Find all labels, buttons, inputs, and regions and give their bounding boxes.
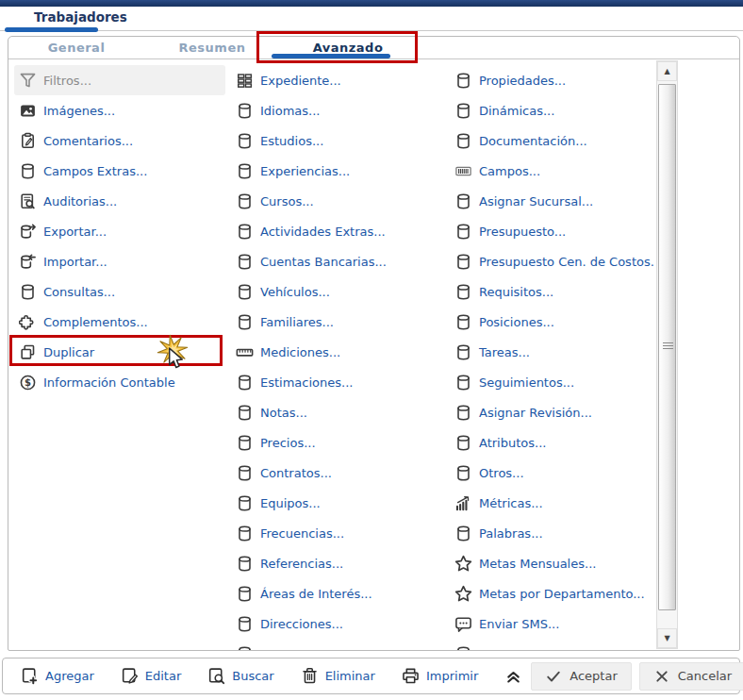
database-icon <box>454 373 472 392</box>
database-icon <box>454 252 472 271</box>
database-icon <box>454 101 472 120</box>
menu-item-label: Exportar... <box>43 225 107 239</box>
menu-item[interactable]: Auditorias... <box>14 186 225 216</box>
imprimir-button[interactable]: Imprimir <box>401 666 478 686</box>
menu-item[interactable]: Filtros... <box>14 65 225 95</box>
menu-item[interactable]: $Información Contable <box>14 367 225 397</box>
trabajadores-window: Trabajadores GeneralResumenAvanzado Filt… <box>0 0 743 700</box>
menu-item[interactable]: Asignar Revisión... <box>450 397 659 427</box>
menu-item-label: Información Contable <box>43 375 175 390</box>
buscar-button[interactable]: Buscar <box>206 666 273 686</box>
menu-item[interactable]: Idiomas... <box>231 95 446 125</box>
eliminar-button[interactable]: Eliminar <box>300 666 375 686</box>
database-icon <box>454 192 472 210</box>
menu-item-label: Vehículos... <box>260 285 330 299</box>
menu-item <box>450 639 659 651</box>
menu-item[interactable]: Campos Extras... <box>14 156 225 186</box>
menu-item[interactable]: Tareas... <box>450 337 659 367</box>
menu-item[interactable]: Frecuencias... <box>231 518 446 548</box>
menu-item[interactable]: Referencias... <box>231 548 446 578</box>
grid-icon <box>235 71 254 90</box>
menu-item[interactable]: Importar... <box>14 246 225 276</box>
menu-item[interactable]: Áreas de Interés... <box>231 578 446 608</box>
menu-item[interactable]: Posiciones... <box>450 307 659 337</box>
agregar-button[interactable]: Agregar <box>20 666 94 686</box>
database-icon <box>454 524 472 542</box>
menu-item <box>231 639 446 651</box>
menu-item[interactable]: Estimaciones... <box>231 367 446 397</box>
menu-item[interactable]: Equipos... <box>231 488 446 518</box>
audit-icon <box>18 192 37 210</box>
database-icon <box>18 282 37 301</box>
cancelar-button[interactable]: Cancelar <box>639 662 743 691</box>
menu-item[interactable]: Propiedades... <box>450 65 659 95</box>
menu-item[interactable]: Precios... <box>231 427 446 458</box>
menu-item-label: Referencias... <box>260 557 343 571</box>
menu-item[interactable]: Consultas... <box>14 276 225 307</box>
database-icon <box>454 222 472 241</box>
menu-item[interactable]: Documentación... <box>450 125 659 156</box>
menu-item-label: Asignar Sucursal... <box>479 194 593 208</box>
database-icon <box>235 373 254 392</box>
menu-item[interactable]: Vehículos... <box>231 276 446 307</box>
search-document-icon <box>206 666 226 686</box>
menu-item[interactable]: Metas Mensuales... <box>450 548 659 578</box>
menu-item[interactable]: Exportar... <box>14 216 225 246</box>
menu-item[interactable]: Presupuesto... <box>450 216 659 246</box>
menu-item-label: Presupuesto... <box>479 225 566 239</box>
menu-item-label: Requisitos... <box>479 285 553 299</box>
menu-item[interactable]: Mediciones... <box>231 337 446 367</box>
menu-item[interactable]: Actividades Extras... <box>231 216 446 246</box>
menu-item[interactable]: Cursos... <box>231 186 446 216</box>
database-icon <box>235 161 254 180</box>
vertical-scrollbar[interactable]: ▲ ▼ <box>656 60 678 649</box>
menu-item[interactable]: Complementos... <box>14 307 225 337</box>
menu-item[interactable]: Palabras... <box>450 518 659 548</box>
menu-item[interactable]: Metas por Departamento... <box>450 578 659 608</box>
annotation-box-avanzado-tab <box>256 31 418 63</box>
menu-item[interactable]: Seguimientos... <box>450 367 659 397</box>
window-title-active-underline <box>5 27 98 32</box>
collapse-toolbar-button[interactable] <box>504 666 523 686</box>
editar-button[interactable]: Editar <box>120 666 182 686</box>
menu-item[interactable]: Estudios... <box>231 125 446 156</box>
menu-item[interactable]: Cuentas Bancarias... <box>231 246 446 276</box>
menu-item[interactable]: Direcciones... <box>231 608 446 639</box>
menu-item[interactable]: Comentarios... <box>14 125 225 156</box>
database-icon <box>235 192 254 210</box>
menu-item-label: Otros... <box>479 466 524 480</box>
tab-general[interactable]: General <box>8 37 144 59</box>
menu-item[interactable]: Presupuesto Cen. de Costos. <box>450 246 659 276</box>
menu-item-label: Actividades Extras... <box>260 225 386 239</box>
menu-item[interactable]: Métricas... <box>450 488 659 518</box>
collapse-chevrons-icon <box>504 666 523 686</box>
tool-action-label: Editar <box>145 669 182 683</box>
scrollbar-thumb[interactable] <box>658 84 676 610</box>
menu-item[interactable]: Dinámicas... <box>450 95 659 125</box>
menu-item[interactable]: Expediente... <box>231 65 446 95</box>
menu-item[interactable]: Atributos... <box>450 427 659 458</box>
menu-item-label: Imágenes... <box>43 104 115 118</box>
aceptar-button[interactable]: Aceptar <box>531 662 631 691</box>
menu-item-label: Asignar Revisión... <box>479 406 592 420</box>
scroll-up-button[interactable]: ▲ <box>657 61 677 81</box>
image-icon <box>18 101 37 120</box>
menu-item-label: Metas por Departamento... <box>479 587 645 601</box>
menu-item[interactable]: Requisitos... <box>450 276 659 307</box>
menu-item-label: Notas... <box>260 406 307 420</box>
menu-item-label: Áreas de Interés... <box>260 587 372 601</box>
menu-item[interactable]: Experiencias... <box>231 156 446 186</box>
menu-item[interactable]: Imágenes... <box>14 95 225 125</box>
database-icon <box>235 131 254 150</box>
menu-item[interactable]: Familiares... <box>231 307 446 337</box>
window-title: Trabajadores <box>34 9 127 25</box>
menu-item[interactable]: Enviar SMS... <box>450 608 659 639</box>
scrollbar-grip <box>663 342 673 351</box>
menu-item[interactable]: Campos... <box>450 156 659 186</box>
menu-item[interactable]: Contratos... <box>231 458 446 488</box>
database-icon <box>235 463 254 482</box>
scroll-down-button[interactable]: ▼ <box>657 628 677 648</box>
menu-item[interactable]: Otros... <box>450 458 659 488</box>
menu-item[interactable]: Notas... <box>231 397 446 427</box>
menu-item[interactable]: Asignar Sucursal... <box>450 186 659 216</box>
